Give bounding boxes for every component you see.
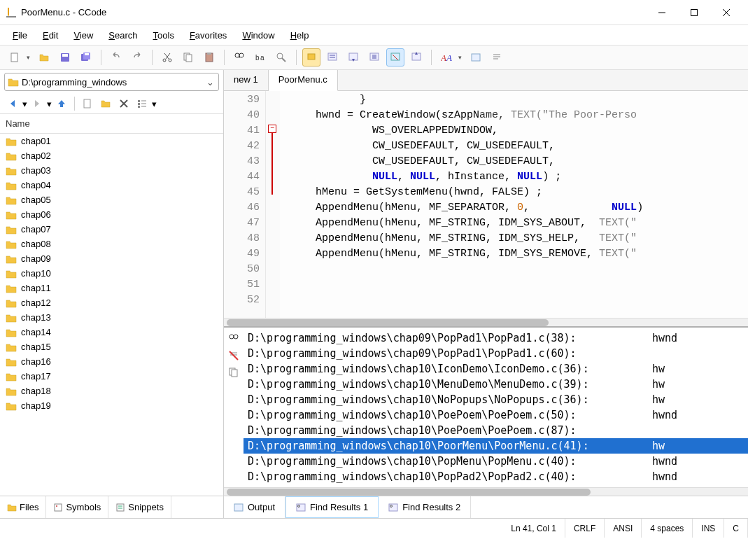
bookmark-toggle-button[interactable] (302, 48, 320, 66)
find-button[interactable] (230, 48, 248, 66)
folder-item[interactable]: chap13 (0, 310, 223, 325)
side-tab-files[interactable]: Files (0, 496, 46, 518)
replace-button[interactable]: ba (251, 48, 269, 66)
menu-view[interactable]: View (66, 27, 100, 43)
folder-item[interactable]: chap08 (0, 237, 223, 251)
cut-button[interactable] (158, 48, 176, 66)
svg-rect-0 (8, 8, 9, 15)
chevron-down-icon[interactable]: ⌄ (204, 77, 216, 88)
folder-item[interactable]: chap06 (0, 207, 223, 222)
path-text: D:\programming_windows (22, 77, 204, 88)
find-result-line[interactable]: D:\programming_windows\chap10\PopPad2\Po… (244, 469, 748, 484)
code-content[interactable]: } hwnd = CreateWindow(szAppName, TEXT("T… (280, 91, 748, 318)
nav-back-dropdown[interactable]: ▾ (22, 99, 27, 109)
folder-item[interactable]: chap07 (0, 222, 223, 237)
undo-button[interactable] (107, 48, 125, 66)
folder-item[interactable]: chap12 (0, 295, 223, 310)
file-list-header[interactable]: Name (0, 114, 223, 134)
side-tab-snippets[interactable]: Snippets (108, 496, 171, 518)
new-file-button[interactable] (6, 48, 24, 66)
copy-button[interactable] (179, 48, 197, 66)
folder-item[interactable]: chap05 (0, 192, 223, 207)
find-toolbar (224, 328, 244, 487)
find-again-icon[interactable] (227, 332, 241, 346)
font-dropdown[interactable]: ▾ (458, 54, 464, 61)
find-result-line[interactable]: D:\programming_windows\chap10\PoePoem\Po… (244, 423, 748, 438)
folder-item[interactable]: chap17 (0, 369, 223, 384)
folder-item[interactable]: chap04 (0, 178, 223, 192)
find-result-line[interactable]: D:\programming_windows\chap10\PoorMenu\P… (244, 438, 748, 454)
bottom-tab[interactable]: Find Results 1 (285, 496, 379, 518)
find-results-list[interactable]: D:\programming_windows\chap09\PopPad1\Po… (244, 328, 748, 487)
menu-help[interactable]: Help (283, 27, 316, 43)
menu-window[interactable]: Window (235, 27, 281, 43)
folder-item[interactable]: chap01 (0, 134, 223, 148)
redo-button[interactable] (128, 48, 146, 66)
editor-tab[interactable]: new 1 (224, 70, 269, 90)
menu-file[interactable]: File (6, 27, 34, 43)
nav-forward-dropdown[interactable]: ▾ (47, 99, 52, 109)
nav-newfile-button[interactable] (79, 95, 96, 112)
nav-up-button[interactable] (53, 95, 70, 112)
nav-back-button[interactable] (4, 95, 21, 112)
new-dropdown[interactable]: ▾ (27, 54, 32, 61)
find-result-line[interactable]: D:\programming_windows\chap10\MenuDemo\M… (244, 377, 748, 392)
menu-tools[interactable]: Tools (146, 27, 181, 43)
find-copy-icon[interactable] (227, 365, 241, 379)
folder-item[interactable]: chap10 (0, 266, 223, 281)
folder-item[interactable]: chap15 (0, 340, 223, 354)
search-button[interactable] (272, 48, 290, 66)
find-result-line[interactable]: D:\programming_windows\chap10\IconDemo\I… (244, 361, 748, 377)
menu-favorites[interactable]: Favorites (183, 27, 234, 43)
folder-item[interactable]: chap18 (0, 384, 223, 398)
bookmark-list-button[interactable] (365, 48, 383, 66)
nav-newfolder-button[interactable] (97, 95, 114, 112)
bottom-tab[interactable]: Output (224, 496, 285, 518)
svg-rect-72 (232, 370, 237, 377)
find-result-line[interactable]: D:\programming_windows\chap10\NoPopups\N… (244, 392, 748, 407)
save-button[interactable] (56, 48, 74, 66)
find-result-line[interactable]: D:\programming_windows\chap10\PopMenu\Po… (244, 454, 748, 469)
paste-button[interactable] (200, 48, 218, 66)
menu-search[interactable]: Search (101, 27, 144, 43)
bookmark-next-button[interactable] (323, 48, 341, 66)
svg-rect-56 (138, 103, 140, 105)
editor-tab[interactable]: PoorMenu.c (269, 70, 338, 91)
nav-view-button[interactable] (134, 95, 150, 112)
find-result-line[interactable]: D:\programming_windows\chap09\PopPad1\Po… (244, 330, 748, 346)
menu-edit[interactable]: Edit (36, 27, 65, 43)
bookmark-prev2-button[interactable] (407, 48, 425, 66)
open-button[interactable] (35, 48, 53, 66)
folder-item[interactable]: chap11 (0, 281, 223, 295)
folder-item[interactable]: chap14 (0, 325, 223, 340)
find-hscrollbar[interactable] (224, 487, 748, 496)
folder-item[interactable]: chap19 (0, 398, 223, 413)
minimize-button[interactable] (646, 2, 678, 23)
editor-hscrollbar[interactable] (224, 318, 748, 326)
folder-name: chap03 (21, 165, 51, 176)
close-button[interactable] (710, 2, 742, 23)
bookmark-prev-button[interactable] (344, 48, 362, 66)
code-editor[interactable]: 3940414243444546474849505152 − } hwnd = … (224, 91, 748, 318)
find-result-line[interactable]: D:\programming_windows\chap09\PopPad1\Po… (244, 346, 748, 361)
find-result-line[interactable]: D:\programming_windows\chap10\PoePoem\Po… (244, 407, 748, 423)
save-all-button[interactable] (77, 48, 95, 66)
path-combo[interactable]: D:\programming_windows ⌄ (4, 73, 219, 91)
folder-item[interactable]: chap16 (0, 354, 223, 369)
folder-item[interactable]: chap03 (0, 163, 223, 178)
nav-forward-button[interactable] (29, 95, 45, 112)
side-tab-symbols[interactable]: Symbols (46, 496, 108, 518)
folder-item[interactable]: chap02 (0, 148, 223, 163)
folder-item[interactable]: chap09 (0, 251, 223, 266)
bookmark-clear-button[interactable] (386, 48, 404, 66)
whitespace-button[interactable] (488, 48, 506, 66)
nav-view-dropdown[interactable]: ▾ (152, 99, 157, 109)
bottom-tab[interactable]: Find Results 2 (379, 496, 471, 518)
file-list[interactable]: Name chap01chap02chap03chap04chap05chap0… (0, 114, 223, 496)
nav-delete-button[interactable] (115, 95, 132, 112)
wordwrap-button[interactable] (467, 48, 485, 66)
fold-column[interactable]: − (266, 91, 280, 318)
font-button[interactable]: AA (437, 48, 456, 66)
maximize-button[interactable] (678, 2, 710, 23)
find-stop-icon[interactable] (227, 349, 241, 363)
